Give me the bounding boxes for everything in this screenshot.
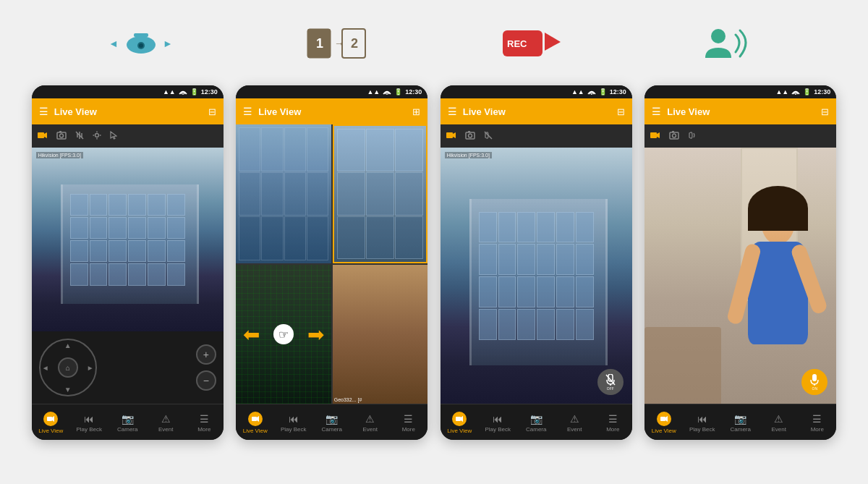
phone2-title: Live View <box>258 106 412 117</box>
svg-rect-40 <box>468 131 470 132</box>
phone1-building <box>32 148 224 331</box>
phone4-layout-icon[interactable]: ⊟ <box>821 106 829 117</box>
phone1-nav-event[interactable]: ⚠ Event <box>147 413 185 433</box>
phone3-playback-icon: ⏮ <box>493 413 503 425</box>
phone4-nav-playback-label: Play Beck <box>689 426 715 433</box>
phone3-app-bar: ☰ Live View ⊟ <box>441 98 632 124</box>
phone1-event-icon: ⚠ <box>161 413 171 425</box>
phone3-battery: 🔋 <box>599 88 607 95</box>
phone1-ptz-left[interactable]: ◄ <box>42 364 49 372</box>
phone1-brightness-icon[interactable] <box>93 131 101 142</box>
phone4-nav-playback[interactable]: ⏮ Play Beck <box>683 413 721 433</box>
phone1-status-bar: ▲▲ 🔋 12:30 <box>32 85 224 98</box>
phone3-camera-label: Hikvision [FPS:3.0] <box>445 152 492 158</box>
phone1-camera-icon: 📷 <box>122 413 134 425</box>
phone2-cell-topleft[interactable] <box>236 124 331 263</box>
phone2-cell-topright[interactable] <box>333 124 428 263</box>
phone4-on-label: ON <box>812 386 818 391</box>
phone1-nav-playback[interactable]: ⏮ Play Beck <box>70 413 109 433</box>
phone1-layout-icon[interactable]: ⊟ <box>208 106 216 117</box>
phone3-video-icon[interactable] <box>446 131 456 141</box>
phone4-nav-more[interactable]: ☰ More <box>798 413 836 433</box>
phone1-mute-icon[interactable] <box>75 131 84 142</box>
phone3-mute-icon[interactable] <box>484 131 493 142</box>
phone1-title: Live View <box>54 106 208 117</box>
phone1-cursor-icon[interactable] <box>110 131 117 142</box>
phone3-nav-more[interactable]: ☰ More <box>594 413 632 433</box>
phone4-screenshot-icon[interactable] <box>669 131 679 142</box>
svg-rect-55 <box>660 417 665 421</box>
phone3-camera-view: Hikvision [FPS:3.0] OFF <box>441 148 632 404</box>
phone1-zoom-in[interactable]: + <box>196 344 216 365</box>
phone2-cell-bottomright[interactable]: Geo332... [# <box>333 265 428 404</box>
phone2-layout-icon[interactable]: ⊞ <box>412 106 420 117</box>
phone1-camera-view: Hikvision [FPS:3.0] <box>32 148 224 331</box>
phone2-nav-event[interactable]: ⚠ Event <box>351 413 389 433</box>
phone3-nav-more-label: More <box>606 426 619 433</box>
phone1-windows <box>70 194 185 286</box>
phone3-nav-liveview[interactable]: Live View <box>441 412 479 434</box>
phone1-nav-liveview[interactable]: Live View <box>32 412 70 434</box>
phone4-event-icon: ⚠ <box>774 413 783 425</box>
phone4-camera-view: ON <box>644 148 836 404</box>
phone1-ptz-right[interactable]: ► <box>87 364 94 372</box>
ptz-feature-icon: ◄ ► <box>105 14 177 72</box>
phone1-nav-more[interactable]: ☰ More <box>185 413 224 433</box>
phone4-title: Live View <box>667 106 821 117</box>
phone1-menu-icon[interactable]: ☰ <box>39 106 48 117</box>
svg-rect-33 <box>252 417 257 421</box>
phone3-mic-off-btn[interactable]: OFF <box>597 369 624 395</box>
phone3-screenshot-icon[interactable] <box>465 131 475 142</box>
phone2-time: 12:30 <box>405 88 422 95</box>
svg-rect-48 <box>650 132 657 138</box>
phone1-nav-more-label: More <box>197 426 210 433</box>
phone1-zoom-out[interactable]: − <box>196 370 216 391</box>
phone4-menu-icon[interactable]: ☰ <box>652 106 661 117</box>
phone2-menu-icon[interactable]: ☰ <box>243 106 252 117</box>
phone3-nav-event-label: Event <box>567 426 582 433</box>
svg-marker-37 <box>453 132 456 138</box>
phone1-ptz-down[interactable]: ▼ <box>64 386 72 394</box>
phone4-signal: ▲▲ <box>775 88 788 95</box>
phone4-nav-event[interactable]: ⚠ Event <box>760 413 798 433</box>
phone4-mute-icon[interactable] <box>688 131 697 142</box>
phone2-nav-more-label: More <box>402 426 415 433</box>
phone3-nav-camera[interactable]: 📷 Camera <box>517 413 556 433</box>
phone3-nav-playback[interactable]: ⏮ Play Beck <box>479 413 517 433</box>
svg-point-16 <box>711 29 726 43</box>
phone4-mic-on-overlay[interactable]: ON <box>801 369 827 395</box>
phone4-video-icon[interactable] <box>650 131 660 141</box>
phone2-nav-camera[interactable]: 📷 Camera <box>312 413 351 433</box>
phone4-app-bar: ☰ Live View ⊟ <box>644 98 836 124</box>
phone4-playback-icon: ⏮ <box>697 413 707 425</box>
phone1-screenshot-icon[interactable] <box>56 131 67 142</box>
phone1-playback-icon: ⏮ <box>84 413 94 425</box>
phone2-nav-camera-label: Camera <box>322 426 342 433</box>
phone1-dpad[interactable]: ▲ ▼ ◄ ► ⌂ <box>39 339 97 396</box>
svg-point-32 <box>386 93 388 95</box>
phone1-ptz-up[interactable]: ▲ <box>64 341 72 349</box>
phone2-nav-more[interactable]: ☰ More <box>389 413 427 433</box>
phone1-nav-camera[interactable]: 📷 Camera <box>109 413 147 433</box>
phone2-more-icon: ☰ <box>404 413 413 425</box>
phone4-nav-camera[interactable]: 📷 Camera <box>721 413 760 433</box>
phone1-ptz-home[interactable]: ⌂ <box>58 357 78 378</box>
phone3-nav-event[interactable]: ⚠ Event <box>556 413 594 433</box>
phone1-camera-label: Hikvision [FPS:3.0] <box>36 152 83 158</box>
phone4-mic-on-btn[interactable]: ON <box>801 369 827 395</box>
phone1-video-icon[interactable] <box>38 131 48 141</box>
phone1-time: 12:30 <box>201 88 218 95</box>
phone2-nav-playback[interactable]: ⏮ Play Beck <box>274 413 312 433</box>
phone2-cell-bottomleft[interactable]: ⬅ ☞ ➡ <box>236 265 331 404</box>
phone2-nav-liveview[interactable]: Live View <box>236 412 274 434</box>
svg-text:1: 1 <box>316 36 323 51</box>
svg-text:◄: ◄ <box>109 38 119 49</box>
phone4-nav-liveview[interactable]: Live View <box>644 412 683 434</box>
svg-rect-18 <box>38 132 44 138</box>
phone3-layout-icon[interactable]: ⊟ <box>617 106 625 117</box>
svg-point-21 <box>59 134 63 137</box>
phone3-menu-icon[interactable]: ☰ <box>448 106 457 117</box>
phone3-event-icon: ⚠ <box>570 413 579 425</box>
phone2-camera-icon: 📷 <box>326 413 338 425</box>
phone3-rec-overlay[interactable]: OFF <box>597 369 624 395</box>
